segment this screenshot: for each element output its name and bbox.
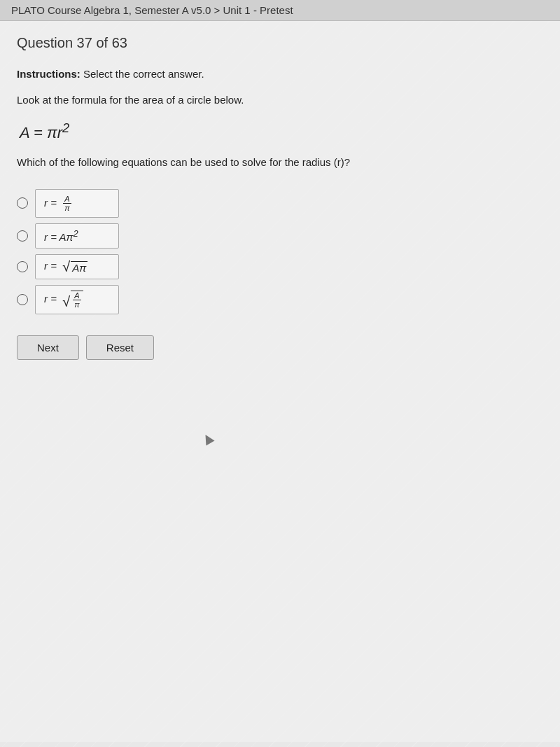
instructions: Instructions: Select the correct answer.: [17, 67, 543, 83]
radio-c[interactable]: [17, 261, 28, 272]
option-c[interactable]: r = √ Aπ: [17, 254, 543, 279]
radio-b[interactable]: [17, 230, 28, 242]
answer-box-a: r = A π: [35, 189, 119, 218]
option-a-math: r = A π: [44, 195, 72, 212]
option-c-math: r = √ Aπ: [44, 260, 88, 274]
button-row: Next Reset: [17, 335, 543, 360]
problem-text: Look at the formula for the area of a ci…: [17, 92, 543, 109]
radio-a[interactable]: [17, 197, 28, 209]
answer-box-b: r = Aπ2: [35, 223, 119, 249]
next-button[interactable]: Next: [17, 335, 79, 360]
answer-box-c: r = √ Aπ: [35, 254, 119, 279]
option-b[interactable]: r = Aπ2: [17, 223, 543, 249]
breadcrumb-header: PLATO Course Algebra 1, Semester A v5.0 …: [0, 0, 560, 21]
answer-box-d: r = √ A π: [35, 285, 119, 314]
question-number: Question 37 of 63: [17, 35, 543, 51]
option-a[interactable]: r = A π: [17, 189, 543, 218]
main-content: Question 37 of 63 Instructions: Select t…: [0, 21, 560, 742]
breadcrumb-text: PLATO Course Algebra 1, Semester A v5.0 …: [11, 4, 293, 16]
page-wrapper: PLATO Course Algebra 1, Semester A v5.0 …: [0, 0, 560, 742]
answer-choices: r = A π r = Aπ2: [17, 189, 543, 314]
option-b-math: r = Aπ2: [44, 229, 78, 243]
formula-display: A = πr2: [20, 120, 543, 142]
cursor-indicator: [203, 434, 217, 451]
formula-text: A = πr2: [20, 124, 69, 141]
radio-d[interactable]: [17, 294, 28, 305]
instructions-body: Select the correct answer.: [80, 68, 204, 80]
question-text: Which of the following equations can be …: [17, 155, 543, 171]
option-d[interactable]: r = √ A π: [17, 285, 543, 314]
reset-button[interactable]: Reset: [86, 335, 154, 360]
instructions-label: Instructions:: [17, 68, 80, 80]
option-d-math: r = √ A π: [44, 291, 83, 309]
